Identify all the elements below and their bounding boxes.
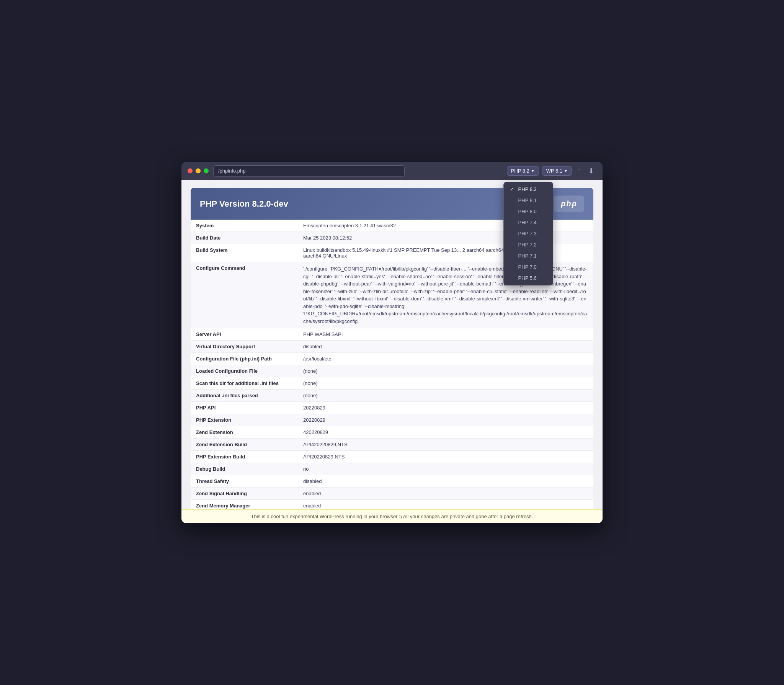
- php-option-label: PHP 8.2: [518, 186, 537, 192]
- row-key: Loaded Configuration File: [191, 365, 298, 377]
- php-option-label: PHP 7.3: [518, 231, 537, 236]
- table-row: Thread Safetydisabled: [191, 475, 593, 488]
- php-option-72[interactable]: PHP 7.2: [504, 239, 553, 250]
- php-logo: php: [554, 196, 584, 212]
- php-logo-text: php: [561, 199, 577, 208]
- wp-version-label: WP 6.1: [546, 168, 562, 174]
- row-value: disabled: [298, 475, 593, 488]
- table-row: Zend Signal Handlingenabled: [191, 488, 593, 500]
- table-row: Zend Memory Managerenabled: [191, 500, 593, 510]
- php-option-label: PHP 7.1: [518, 253, 537, 259]
- row-key: Zend Signal Handling: [191, 488, 298, 500]
- php-option-82[interactable]: ✓ PHP 8.2: [504, 184, 553, 195]
- php-option-label: PHP 8.1: [518, 197, 537, 203]
- titlebar-right: PHP 8.2 ▼ ✓ PHP 8.2 PHP 8.1 PHP 8.0: [507, 165, 596, 177]
- table-row: Configuration File (php.ini) Path/usr/lo…: [191, 353, 593, 365]
- row-value: (none): [298, 390, 593, 402]
- titlebar: /phpinfo.php PHP 8.2 ▼ ✓ PHP 8.2 PHP 8.1: [181, 162, 603, 180]
- php-option-81[interactable]: PHP 8.1: [504, 195, 553, 206]
- row-value: (none): [298, 365, 593, 377]
- row-key: Zend Extension Build: [191, 439, 298, 451]
- php-option-label: PHP 7.2: [518, 242, 537, 248]
- maximize-button[interactable]: [204, 168, 209, 173]
- table-row: Zend Extension420220829: [191, 426, 593, 439]
- php-version-label: PHP 8.2: [511, 168, 529, 174]
- table-row: Virtual Directory Supportdisabled: [191, 341, 593, 353]
- table-row: Loaded Configuration File(none): [191, 365, 593, 377]
- php-option-56[interactable]: PHP 5.6: [504, 272, 553, 284]
- row-value: 20220829: [298, 402, 593, 414]
- row-key: Server API: [191, 328, 298, 341]
- row-value: enabled: [298, 488, 593, 500]
- row-value: enabled: [298, 500, 593, 510]
- table-row: Additional .ini files parsed(none): [191, 390, 593, 402]
- minimize-button[interactable]: [196, 168, 201, 173]
- php-option-73[interactable]: PHP 7.3: [504, 228, 553, 239]
- table-row: Server APIPHP WASM SAPI: [191, 328, 593, 341]
- row-key: Scan this dir for additional .ini files: [191, 377, 298, 390]
- php-option-80[interactable]: PHP 8.0: [504, 206, 553, 217]
- traffic-lights: [188, 168, 209, 173]
- share-button[interactable]: ↑: [575, 165, 583, 176]
- php-version-title: PHP Version 8.2.0-dev: [200, 199, 288, 209]
- footer-text: This is a cool fun experimental WordPres…: [251, 514, 533, 519]
- footer-bar: This is a cool fun experimental WordPres…: [181, 509, 603, 523]
- row-key: Additional .ini files parsed: [191, 390, 298, 402]
- row-key: Thread Safety: [191, 475, 298, 488]
- table-row: PHP API20220829: [191, 402, 593, 414]
- table-row: Scan this dir for additional .ini files(…: [191, 377, 593, 390]
- row-value: API20220829,NTS: [298, 451, 593, 463]
- php-version-dropdown: ✓ PHP 8.2 PHP 8.1 PHP 8.0 PHP 7.4: [503, 182, 553, 285]
- table-row: PHP Extension20220829: [191, 414, 593, 426]
- php-option-70[interactable]: PHP 7.0: [504, 261, 553, 272]
- row-key: Zend Extension: [191, 426, 298, 439]
- row-key: Configure Command: [191, 262, 298, 328]
- row-key: Virtual Directory Support: [191, 341, 298, 353]
- row-value: PHP WASM SAPI: [298, 328, 593, 341]
- row-value: no: [298, 463, 593, 475]
- url-bar[interactable]: /phpinfo.php: [213, 165, 405, 177]
- php-option-label: PHP 7.4: [518, 220, 537, 225]
- row-key: PHP API: [191, 402, 298, 414]
- checkmark-icon: ✓: [510, 187, 515, 192]
- row-key: PHP Extension Build: [191, 451, 298, 463]
- row-key: Zend Memory Manager: [191, 500, 298, 510]
- php-version-selector[interactable]: PHP 8.2 ▼ ✓ PHP 8.2 PHP 8.1 PHP 8.0: [507, 166, 539, 176]
- download-button[interactable]: ⬇: [586, 165, 596, 177]
- row-value: /usr/local/etc: [298, 353, 593, 365]
- php-option-label: PHP 5.6: [518, 275, 537, 281]
- row-value: (none): [298, 377, 593, 390]
- url-text: /phpinfo.php: [218, 168, 246, 174]
- row-key: PHP Extension: [191, 414, 298, 426]
- row-value: API420220829,NTS: [298, 439, 593, 451]
- row-key: Debug Build: [191, 463, 298, 475]
- main-window: /phpinfo.php PHP 8.2 ▼ ✓ PHP 8.2 PHP 8.1: [181, 162, 603, 523]
- php-option-74[interactable]: PHP 7.4: [504, 217, 553, 228]
- php-option-label: PHP 8.0: [518, 209, 537, 214]
- chevron-down-icon: ▼: [564, 169, 568, 173]
- row-key: System: [191, 220, 298, 232]
- php-option-label: PHP 7.0: [518, 264, 537, 270]
- table-row: Debug Buildno: [191, 463, 593, 475]
- row-key: Build System: [191, 244, 298, 262]
- php-option-71[interactable]: PHP 7.1: [504, 250, 553, 261]
- close-button[interactable]: [188, 168, 193, 173]
- row-value: 420220829: [298, 426, 593, 439]
- row-key: Configuration File (php.ini) Path: [191, 353, 298, 365]
- table-row: Zend Extension BuildAPI420220829,NTS: [191, 439, 593, 451]
- row-value: 20220829: [298, 414, 593, 426]
- table-row: PHP Extension BuildAPI20220829,NTS: [191, 451, 593, 463]
- chevron-down-icon: ▼: [531, 169, 535, 173]
- wp-version-selector[interactable]: WP 6.1 ▼: [542, 166, 572, 176]
- row-key: Build Date: [191, 232, 298, 244]
- row-value: disabled: [298, 341, 593, 353]
